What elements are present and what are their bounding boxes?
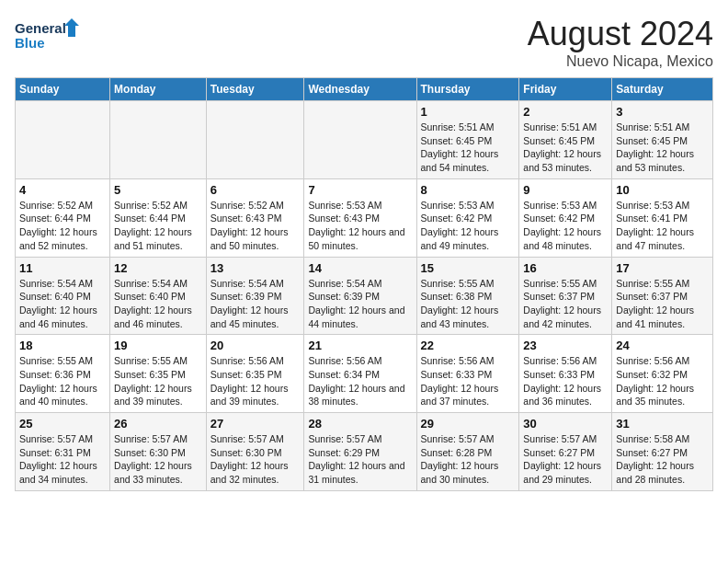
day-number: 12 bbox=[114, 261, 202, 275]
page-header: General Blue August 2024 Nuevo Nicapa, M… bbox=[15, 15, 713, 70]
day-number: 7 bbox=[308, 183, 412, 197]
day-number: 20 bbox=[210, 339, 301, 352]
logo: General Blue bbox=[15, 15, 79, 61]
day-number: 27 bbox=[210, 417, 301, 431]
calendar-cell: 23Sunrise: 5:56 AM Sunset: 6:33 PM Dayli… bbox=[519, 335, 612, 413]
calendar-cell: 28Sunrise: 5:57 AM Sunset: 6:29 PM Dayli… bbox=[304, 413, 416, 491]
day-info: Sunrise: 5:57 AM Sunset: 6:29 PM Dayligh… bbox=[308, 432, 412, 487]
day-number: 23 bbox=[523, 339, 608, 352]
calendar-cell: 2Sunrise: 5:51 AM Sunset: 6:45 PM Daylig… bbox=[519, 101, 612, 179]
day-info: Sunrise: 5:56 AM Sunset: 6:33 PM Dayligh… bbox=[523, 354, 608, 408]
day-info: Sunrise: 5:57 AM Sunset: 6:30 PM Dayligh… bbox=[210, 432, 301, 487]
calendar-cell: 10Sunrise: 5:53 AM Sunset: 6:41 PM Dayli… bbox=[612, 178, 713, 257]
calendar-cell: 19Sunrise: 5:55 AM Sunset: 6:35 PM Dayli… bbox=[110, 335, 207, 413]
day-number: 6 bbox=[210, 183, 301, 197]
day-info: Sunrise: 5:51 AM Sunset: 6:45 PM Dayligh… bbox=[421, 121, 516, 175]
calendar-cell bbox=[16, 101, 110, 179]
day-info: Sunrise: 5:56 AM Sunset: 6:34 PM Dayligh… bbox=[308, 354, 412, 408]
title-block: August 2024 Nuevo Nicapa, Mexico bbox=[528, 15, 713, 70]
calendar-cell: 3Sunrise: 5:51 AM Sunset: 6:45 PM Daylig… bbox=[612, 101, 713, 179]
day-info: Sunrise: 5:54 AM Sunset: 6:40 PM Dayligh… bbox=[19, 277, 106, 331]
day-number: 14 bbox=[308, 261, 412, 275]
calendar-cell: 15Sunrise: 5:55 AM Sunset: 6:38 PM Dayli… bbox=[416, 257, 519, 335]
day-info: Sunrise: 5:57 AM Sunset: 6:30 PM Dayligh… bbox=[114, 432, 202, 487]
day-number: 17 bbox=[616, 261, 709, 275]
day-info: Sunrise: 5:57 AM Sunset: 6:28 PM Dayligh… bbox=[421, 432, 516, 487]
day-info: Sunrise: 5:57 AM Sunset: 6:27 PM Dayligh… bbox=[523, 432, 608, 487]
day-number: 24 bbox=[616, 339, 709, 352]
day-info: Sunrise: 5:56 AM Sunset: 6:35 PM Dayligh… bbox=[210, 354, 301, 408]
day-info: Sunrise: 5:54 AM Sunset: 6:39 PM Dayligh… bbox=[308, 277, 412, 331]
calendar-cell: 8Sunrise: 5:53 AM Sunset: 6:42 PM Daylig… bbox=[416, 178, 519, 257]
calendar-cell: 4Sunrise: 5:52 AM Sunset: 6:44 PM Daylig… bbox=[16, 178, 110, 257]
day-number: 28 bbox=[308, 417, 412, 431]
calendar-cell: 21Sunrise: 5:56 AM Sunset: 6:34 PM Dayli… bbox=[304, 335, 416, 413]
day-number: 11 bbox=[19, 261, 106, 275]
day-info: Sunrise: 5:54 AM Sunset: 6:39 PM Dayligh… bbox=[210, 277, 301, 331]
day-number: 19 bbox=[114, 339, 202, 352]
day-number: 4 bbox=[19, 183, 106, 197]
day-info: Sunrise: 5:58 AM Sunset: 6:27 PM Dayligh… bbox=[616, 432, 709, 487]
page-title: August 2024 bbox=[528, 15, 713, 53]
day-number: 18 bbox=[19, 339, 106, 352]
day-info: Sunrise: 5:57 AM Sunset: 6:31 PM Dayligh… bbox=[19, 432, 106, 487]
calendar-week-4: 18Sunrise: 5:55 AM Sunset: 6:36 PM Dayli… bbox=[16, 335, 713, 413]
calendar-cell: 12Sunrise: 5:54 AM Sunset: 6:40 PM Dayli… bbox=[110, 257, 207, 335]
col-saturday: Saturday bbox=[612, 78, 713, 101]
svg-marker-2 bbox=[64, 18, 79, 37]
col-monday: Monday bbox=[110, 78, 207, 101]
day-info: Sunrise: 5:53 AM Sunset: 6:41 PM Dayligh… bbox=[616, 199, 709, 253]
day-number: 21 bbox=[308, 339, 412, 352]
day-info: Sunrise: 5:52 AM Sunset: 6:43 PM Dayligh… bbox=[210, 199, 301, 253]
col-friday: Friday bbox=[519, 78, 612, 101]
calendar-week-2: 4Sunrise: 5:52 AM Sunset: 6:44 PM Daylig… bbox=[16, 178, 713, 257]
day-info: Sunrise: 5:53 AM Sunset: 6:43 PM Dayligh… bbox=[308, 199, 412, 253]
day-number: 8 bbox=[421, 183, 516, 197]
day-info: Sunrise: 5:53 AM Sunset: 6:42 PM Dayligh… bbox=[421, 199, 516, 253]
calendar-body: 1Sunrise: 5:51 AM Sunset: 6:45 PM Daylig… bbox=[16, 101, 713, 491]
col-tuesday: Tuesday bbox=[206, 78, 304, 101]
calendar-cell: 7Sunrise: 5:53 AM Sunset: 6:43 PM Daylig… bbox=[304, 178, 416, 257]
day-number: 3 bbox=[616, 105, 709, 119]
col-wednesday: Wednesday bbox=[304, 78, 416, 101]
calendar-cell: 9Sunrise: 5:53 AM Sunset: 6:42 PM Daylig… bbox=[519, 178, 612, 257]
day-info: Sunrise: 5:51 AM Sunset: 6:45 PM Dayligh… bbox=[616, 121, 709, 175]
day-info: Sunrise: 5:55 AM Sunset: 6:37 PM Dayligh… bbox=[523, 277, 608, 331]
calendar-week-1: 1Sunrise: 5:51 AM Sunset: 6:45 PM Daylig… bbox=[16, 101, 713, 179]
calendar-cell: 30Sunrise: 5:57 AM Sunset: 6:27 PM Dayli… bbox=[519, 413, 612, 491]
col-sunday: Sunday bbox=[16, 78, 110, 101]
day-info: Sunrise: 5:52 AM Sunset: 6:44 PM Dayligh… bbox=[114, 199, 202, 253]
day-info: Sunrise: 5:55 AM Sunset: 6:36 PM Dayligh… bbox=[19, 354, 106, 408]
day-info: Sunrise: 5:55 AM Sunset: 6:38 PM Dayligh… bbox=[421, 277, 516, 331]
day-number: 25 bbox=[19, 417, 106, 431]
calendar-cell: 6Sunrise: 5:52 AM Sunset: 6:43 PM Daylig… bbox=[206, 178, 304, 257]
day-number: 5 bbox=[114, 183, 202, 197]
calendar-cell: 20Sunrise: 5:56 AM Sunset: 6:35 PM Dayli… bbox=[206, 335, 304, 413]
day-number: 22 bbox=[421, 339, 516, 352]
calendar-cell: 26Sunrise: 5:57 AM Sunset: 6:30 PM Dayli… bbox=[110, 413, 207, 491]
calendar-cell bbox=[206, 101, 304, 179]
calendar-cell: 14Sunrise: 5:54 AM Sunset: 6:39 PM Dayli… bbox=[304, 257, 416, 335]
calendar-cell: 17Sunrise: 5:55 AM Sunset: 6:37 PM Dayli… bbox=[612, 257, 713, 335]
day-number: 26 bbox=[114, 417, 202, 431]
day-number: 16 bbox=[523, 261, 608, 275]
calendar-cell: 25Sunrise: 5:57 AM Sunset: 6:31 PM Dayli… bbox=[16, 413, 110, 491]
col-thursday: Thursday bbox=[416, 78, 519, 101]
calendar-cell bbox=[110, 101, 207, 179]
day-number: 10 bbox=[616, 183, 709, 197]
calendar-cell: 13Sunrise: 5:54 AM Sunset: 6:39 PM Dayli… bbox=[206, 257, 304, 335]
calendar-week-3: 11Sunrise: 5:54 AM Sunset: 6:40 PM Dayli… bbox=[16, 257, 713, 335]
day-number: 29 bbox=[421, 417, 516, 431]
calendar-cell: 18Sunrise: 5:55 AM Sunset: 6:36 PM Dayli… bbox=[16, 335, 110, 413]
calendar-cell: 29Sunrise: 5:57 AM Sunset: 6:28 PM Dayli… bbox=[416, 413, 519, 491]
day-info: Sunrise: 5:51 AM Sunset: 6:45 PM Dayligh… bbox=[523, 121, 608, 175]
day-info: Sunrise: 5:56 AM Sunset: 6:32 PM Dayligh… bbox=[616, 354, 709, 408]
day-number: 2 bbox=[523, 105, 608, 119]
svg-text:General: General bbox=[15, 20, 66, 36]
calendar-cell: 1Sunrise: 5:51 AM Sunset: 6:45 PM Daylig… bbox=[416, 101, 519, 179]
day-info: Sunrise: 5:55 AM Sunset: 6:35 PM Dayligh… bbox=[114, 354, 202, 408]
day-number: 9 bbox=[523, 183, 608, 197]
calendar-table: Sunday Monday Tuesday Wednesday Thursday… bbox=[15, 77, 713, 491]
day-number: 1 bbox=[421, 105, 516, 119]
day-info: Sunrise: 5:55 AM Sunset: 6:37 PM Dayligh… bbox=[616, 277, 709, 331]
